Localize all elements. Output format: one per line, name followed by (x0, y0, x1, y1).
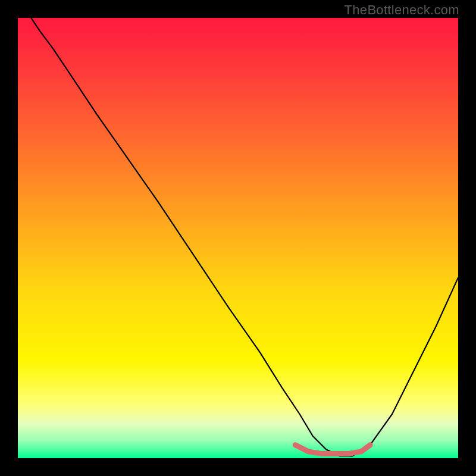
gradient-background (18, 18, 458, 458)
watermark-text: TheBottleneck.com (345, 2, 459, 18)
svg-rect-0 (18, 18, 458, 458)
plot-area (18, 18, 458, 458)
chart-container: TheBottleneck.com (0, 0, 476, 476)
